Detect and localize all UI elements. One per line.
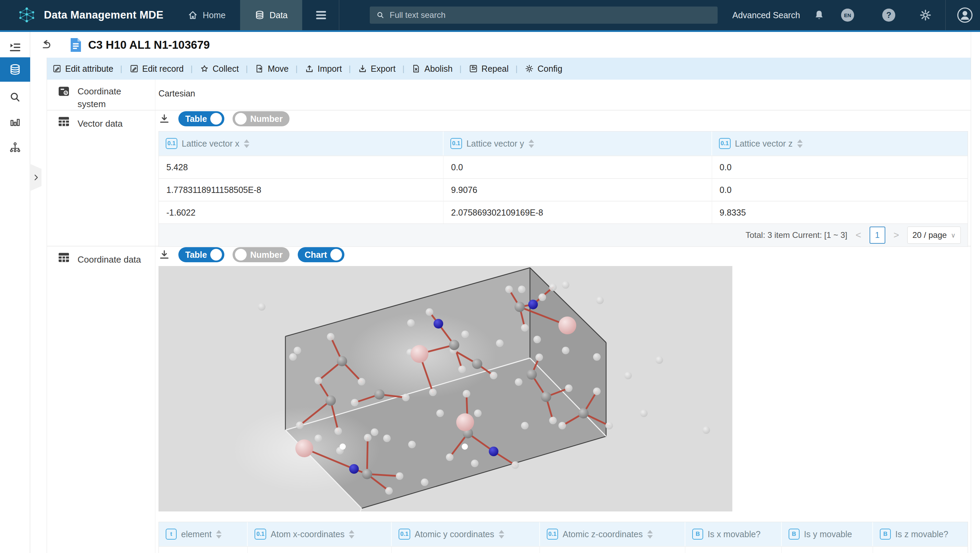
toolbar-button-import[interactable]: Import bbox=[305, 64, 342, 74]
toggle-number-vector[interactable]: Number bbox=[232, 111, 289, 126]
column-header-is-x-movable-[interactable]: BIs x movable? bbox=[685, 522, 782, 546]
coordinate-system-icon bbox=[57, 84, 71, 98]
settings-gear-icon[interactable] bbox=[919, 8, 932, 22]
sidebar-item-search[interactable] bbox=[0, 88, 30, 107]
toolbar-separator: | bbox=[190, 64, 192, 73]
edit-attribute-icon bbox=[52, 64, 62, 73]
table-cell bbox=[873, 547, 968, 553]
content-left-border bbox=[47, 58, 47, 553]
type-badge: B bbox=[789, 529, 800, 540]
app-header: Data Management MDE Home Data Advanced S… bbox=[0, 0, 980, 32]
database-icon bbox=[255, 10, 265, 20]
table-row: -1.60222.075869302109169E-89.8335 bbox=[159, 201, 968, 223]
sort-arrows[interactable] bbox=[349, 530, 354, 539]
vector-data-toggles: TableNumber bbox=[159, 109, 290, 128]
advanced-search-link[interactable]: Advanced Search bbox=[732, 0, 800, 30]
toolbar-separator: | bbox=[296, 64, 298, 73]
main-nav: Home Data bbox=[173, 0, 302, 30]
back-button[interactable] bbox=[39, 38, 52, 51]
toolbar-separator: | bbox=[120, 64, 122, 73]
toolbar-button-config[interactable]: Config bbox=[525, 64, 562, 74]
config-icon bbox=[525, 64, 534, 73]
type-badge: B bbox=[880, 529, 891, 540]
column-header-lattice-vector-z[interactable]: 0.1Lattice vector z bbox=[712, 131, 968, 156]
toggle-table-coordinate[interactable]: Table bbox=[178, 247, 224, 262]
notification-bell-icon[interactable] bbox=[812, 8, 826, 22]
coordinate-data-icon bbox=[57, 250, 71, 264]
toolbar-button-edit-attribute[interactable]: Edit attribute bbox=[52, 64, 113, 74]
hamburger-icon bbox=[314, 8, 328, 22]
bar-chart-icon bbox=[9, 116, 22, 129]
sidebar-item-data[interactable] bbox=[0, 57, 30, 82]
toggle-table-vector[interactable]: Table bbox=[178, 111, 224, 126]
toolbar-button-export[interactable]: Export bbox=[358, 64, 396, 74]
sort-arrows[interactable] bbox=[244, 139, 249, 148]
sidebar-item-hierarchy[interactable] bbox=[0, 138, 30, 157]
table-cell: 0.0 bbox=[712, 156, 968, 178]
sidebar-item-collapse-menu[interactable] bbox=[0, 38, 30, 57]
hamburger-menu-button[interactable] bbox=[303, 0, 339, 30]
column-header-atom-x-coordinates[interactable]: 0.1Atom x-coordinates bbox=[248, 522, 392, 546]
search-input[interactable] bbox=[389, 10, 699, 20]
table-cell: 1.7783118911158505E-8 bbox=[159, 179, 444, 201]
sort-arrows[interactable] bbox=[499, 530, 504, 539]
molecular-structure-chart[interactable] bbox=[159, 266, 732, 512]
help-button[interactable]: ? bbox=[882, 9, 895, 22]
type-badge: 0.1 bbox=[255, 529, 266, 540]
column-header-atomic-y-coordinates[interactable]: 0.1Atomic y coordinates bbox=[392, 522, 540, 546]
sort-arrows[interactable] bbox=[216, 530, 221, 539]
export-icon bbox=[358, 64, 368, 73]
sort-arrows[interactable] bbox=[647, 530, 653, 539]
header-divider bbox=[339, 0, 339, 30]
page-size-select[interactable]: 20 / page ∨ bbox=[907, 226, 961, 244]
bell-icon bbox=[813, 9, 825, 21]
toggle-knob bbox=[235, 113, 247, 124]
database-icon bbox=[9, 63, 22, 76]
download-button[interactable] bbox=[159, 249, 170, 261]
table-header-row: 0.1Lattice vector x0.1Lattice vector y0.… bbox=[159, 131, 968, 156]
type-badge: B bbox=[692, 529, 703, 540]
toolbar-button-repeal[interactable]: Repeal bbox=[469, 64, 509, 74]
pagination: Total: 3 item Current: [1 ~ 3] < 1 > 20 … bbox=[159, 223, 968, 247]
type-badge: t bbox=[165, 529, 177, 540]
column-header-lattice-vector-y[interactable]: 0.1Lattice vector y bbox=[444, 131, 712, 156]
toolbar-button-abolish[interactable]: Abolish bbox=[411, 64, 452, 74]
collapse-menu-icon bbox=[9, 41, 22, 54]
table-cell: 9.9076 bbox=[444, 179, 712, 201]
language-button[interactable]: EN bbox=[841, 9, 854, 22]
toolbar-button-collect[interactable]: Collect bbox=[200, 64, 239, 74]
structure-3d-viewer[interactable] bbox=[159, 266, 732, 512]
type-badge: 0.1 bbox=[165, 138, 177, 149]
prev-page-button[interactable]: < bbox=[854, 229, 862, 241]
move-icon bbox=[255, 64, 264, 73]
toggle-number-coordinate[interactable]: Number bbox=[232, 247, 289, 262]
table-row: 5.4280.00.0 bbox=[159, 156, 968, 178]
table-cell bbox=[782, 547, 873, 553]
table-cell bbox=[540, 547, 685, 553]
toolbar-button-edit-record[interactable]: Edit record bbox=[129, 64, 184, 74]
table-cell bbox=[248, 547, 392, 553]
global-search bbox=[370, 6, 718, 24]
nav-tab-data[interactable]: Data bbox=[240, 0, 302, 30]
import-icon bbox=[305, 64, 314, 73]
toggle-chart-coordinate[interactable]: Chart bbox=[298, 247, 344, 262]
table-row bbox=[159, 546, 968, 553]
sort-arrows[interactable] bbox=[797, 139, 803, 148]
column-header-atomic-z-coordinates[interactable]: 0.1Atomic z-coordinates bbox=[540, 522, 685, 546]
column-header-element[interactable]: telement bbox=[159, 522, 248, 546]
toolbar-separator: | bbox=[349, 64, 351, 73]
nav-tab-home[interactable]: Home bbox=[173, 0, 240, 30]
table-cell: -1.6022 bbox=[159, 201, 444, 223]
current-page-button[interactable]: 1 bbox=[870, 226, 885, 244]
user-avatar[interactable] bbox=[957, 7, 973, 23]
sidebar-item-statistics[interactable] bbox=[0, 113, 30, 132]
column-header-is-z-movable-[interactable]: BIs z movable? bbox=[873, 522, 968, 546]
next-page-button[interactable]: > bbox=[892, 229, 900, 241]
column-header-lattice-vector-x[interactable]: 0.1Lattice vector x bbox=[159, 131, 444, 156]
column-header-is-y-movable[interactable]: BIs y movable bbox=[782, 522, 873, 546]
expand-panel-handle[interactable] bbox=[30, 164, 41, 191]
chevron-right-icon bbox=[32, 173, 40, 182]
download-button[interactable] bbox=[159, 113, 170, 124]
toolbar-button-move[interactable]: Move bbox=[255, 64, 288, 74]
sort-arrows[interactable] bbox=[528, 139, 534, 148]
